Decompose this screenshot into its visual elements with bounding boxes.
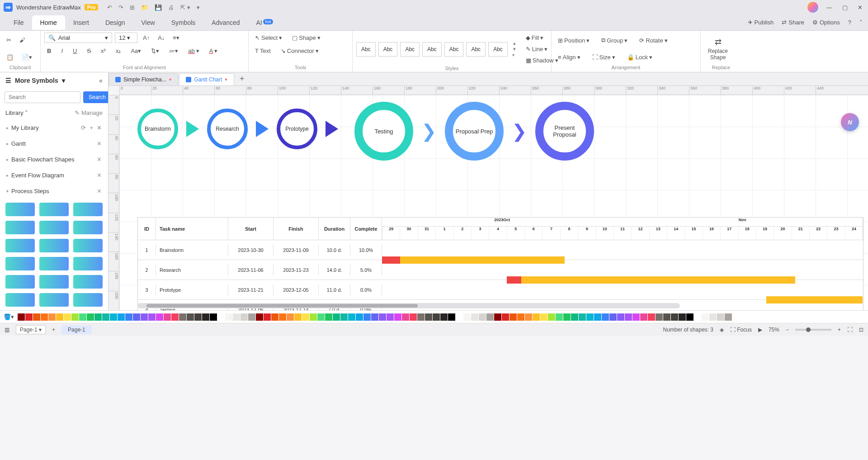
size-menu[interactable]: ⛶ Size ▾	[590, 52, 618, 62]
strike-icon[interactable]: S	[84, 46, 94, 56]
subscript-icon[interactable]: x₂	[113, 46, 124, 56]
color-swatch[interactable]	[471, 313, 478, 321]
shape-thumbnail[interactable]	[73, 221, 103, 234]
manage-library[interactable]: ✎ Manage	[75, 109, 103, 116]
color-swatch[interactable]	[118, 313, 125, 321]
increase-font-icon[interactable]: A↑	[140, 33, 152, 43]
save-icon[interactable]: 💾	[155, 4, 162, 11]
fit-page-icon[interactable]: ⛶	[847, 327, 853, 333]
shape-thumbnail[interactable]	[5, 257, 35, 270]
color-swatch[interactable]	[717, 313, 724, 321]
color-swatch[interactable]	[663, 313, 670, 321]
open-icon[interactable]: 📁	[141, 4, 148, 11]
color-swatch[interactable]	[571, 313, 578, 321]
style-preset[interactable]: Abc	[444, 42, 464, 57]
menu-file[interactable]: File	[5, 15, 32, 30]
group-menu[interactable]: ⧉ Group ▾	[599, 35, 630, 46]
color-swatch[interactable]	[694, 313, 701, 321]
style-down-icon[interactable]: ▼	[512, 47, 517, 52]
step-proposal-prep[interactable]: Proposal Prep	[445, 102, 504, 161]
canvas[interactable]: Brainstorm Research Prototype Testing ❯ …	[119, 95, 868, 310]
color-swatch[interactable]	[94, 313, 102, 321]
color-swatch[interactable]	[509, 313, 517, 321]
color-swatch[interactable]	[110, 313, 117, 321]
color-swatch[interactable]	[102, 313, 109, 321]
color-swatch[interactable]	[410, 313, 417, 321]
color-swatch[interactable]	[648, 313, 655, 321]
collapse-ribbon-icon[interactable]: ˄	[859, 19, 863, 26]
lib-close-icon[interactable]: ✕	[97, 124, 102, 131]
color-swatch[interactable]	[540, 313, 547, 321]
collapse-sidebar-icon[interactable]: «	[99, 77, 103, 84]
color-swatch[interactable]	[548, 313, 555, 321]
color-swatch[interactable]	[41, 313, 48, 321]
color-swatch[interactable]	[71, 313, 79, 321]
lib-refresh-icon[interactable]: ⟳	[81, 124, 86, 131]
undo-icon[interactable]: ↶	[107, 4, 112, 11]
shape-thumbnail[interactable]	[5, 203, 35, 216]
zoom-out-button[interactable]: −	[786, 327, 789, 333]
color-swatch[interactable]	[440, 313, 448, 321]
color-swatch[interactable]	[156, 313, 163, 321]
help-icon[interactable]: ?	[848, 19, 851, 26]
color-swatch[interactable]	[494, 313, 501, 321]
print-icon[interactable]: 🖨	[168, 4, 174, 11]
color-swatch[interactable]	[202, 313, 209, 321]
italic-icon[interactable]: I	[58, 46, 66, 56]
color-swatch[interactable]	[171, 313, 179, 321]
ai-assistant-button[interactable]: N	[841, 113, 859, 131]
color-swatch[interactable]	[679, 313, 686, 321]
shape-thumbnail[interactable]	[5, 293, 35, 307]
shape-tool[interactable]: ▢ Shape ▾	[289, 33, 323, 43]
fullscreen-icon[interactable]: ⊡	[859, 327, 863, 333]
color-swatch[interactable]	[310, 313, 317, 321]
shape-thumbnail[interactable]	[5, 275, 35, 289]
color-swatch[interactable]	[194, 313, 202, 321]
menu-view[interactable]: View	[133, 15, 163, 30]
color-swatch[interactable]	[656, 313, 663, 321]
focus-button[interactable]: ⛶ Focus	[730, 327, 752, 333]
color-swatch[interactable]	[287, 313, 294, 321]
menu-home[interactable]: Home	[32, 15, 65, 30]
color-swatch[interactable]	[248, 313, 255, 321]
color-swatch[interactable]	[187, 313, 194, 321]
step-testing[interactable]: Testing	[354, 102, 413, 161]
color-swatch[interactable]	[556, 313, 563, 321]
shape-thumbnail[interactable]	[73, 275, 103, 289]
share-button[interactable]: ⇄ Share	[782, 19, 804, 26]
text-tool[interactable]: T Text	[252, 46, 274, 56]
step-prototype[interactable]: Prototype	[277, 109, 317, 149]
color-swatch[interactable]	[340, 313, 348, 321]
color-swatch[interactable]	[48, 313, 56, 321]
color-swatch[interactable]	[256, 313, 263, 321]
connector-tool[interactable]: ↘ Connector ▾	[278, 46, 321, 56]
process-steps-big[interactable]: Testing ❯ Proposal Prep ❯ Present Propos…	[354, 102, 594, 161]
canvas-area[interactable]: 0204060801001201401601802002202402602803…	[108, 86, 868, 310]
style-preset[interactable]: Abc	[422, 42, 442, 57]
shape-thumbnail[interactable]	[73, 293, 103, 307]
color-swatch[interactable]	[448, 313, 455, 321]
color-swatch[interactable]	[671, 313, 678, 321]
align-menu[interactable]: ≡ Align ▾	[555, 52, 583, 62]
color-swatch[interactable]	[148, 313, 156, 321]
underline-icon[interactable]: U	[70, 46, 80, 56]
color-swatch[interactable]	[64, 313, 71, 321]
step-brainstorm[interactable]: Brainstorm	[137, 109, 178, 149]
color-swatch[interactable]	[279, 313, 286, 321]
color-swatch[interactable]	[371, 313, 378, 321]
rotate-menu[interactable]: ⟳ Rotate ▾	[637, 35, 670, 46]
color-swatch[interactable]	[363, 313, 371, 321]
symbol-search-button[interactable]: Search	[83, 91, 108, 103]
page-dropdown[interactable]: Page-1 ▾	[16, 325, 46, 334]
color-swatch[interactable]	[702, 313, 709, 321]
decrease-font-icon[interactable]: A↓	[155, 33, 167, 43]
highlight-icon[interactable]: ab▾	[185, 46, 202, 56]
color-swatch[interactable]	[125, 313, 132, 321]
menu-symbols[interactable]: Symbols	[163, 15, 204, 30]
new-icon[interactable]: ⊞	[130, 4, 135, 11]
library-label[interactable]: Library ˄	[5, 109, 28, 116]
color-swatch[interactable]	[456, 313, 463, 321]
color-swatch[interactable]	[379, 313, 386, 321]
shape-thumbnail[interactable]	[73, 203, 103, 216]
shape-thumbnail[interactable]	[39, 293, 69, 307]
